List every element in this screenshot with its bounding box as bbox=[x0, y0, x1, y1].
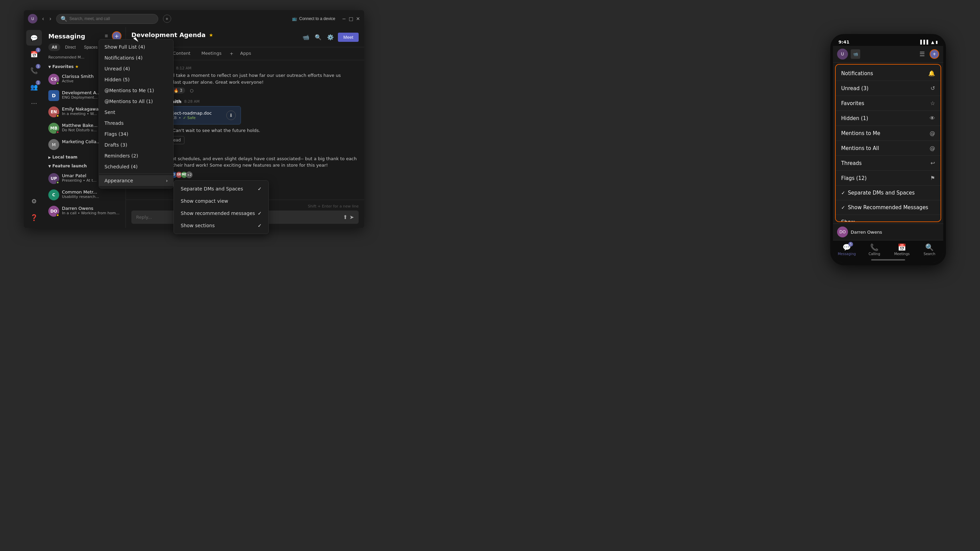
dropdown-unread[interactable]: Unread (4) bbox=[99, 63, 173, 74]
rail-item-settings[interactable]: ⚙️ bbox=[26, 193, 42, 209]
mobile-item-notifications[interactable]: Notifications 🔔 bbox=[836, 66, 940, 81]
mobile-item-mentions-me[interactable]: Mentions to Me @ bbox=[836, 126, 940, 141]
msg-text: we should all take a moment to reflect o… bbox=[146, 72, 359, 86]
phone-tab-meetings[interactable]: 📅 Meetings bbox=[892, 243, 912, 256]
mobile-item-separate-dms[interactable]: ✓ Separate DMs and Spaces bbox=[836, 186, 940, 200]
at-icon: @ bbox=[930, 130, 935, 137]
dropdown-notifications[interactable]: Notifications (4) bbox=[99, 52, 173, 63]
tab-apps[interactable]: Apps bbox=[235, 47, 256, 60]
filter-tab-direct[interactable]: Direct bbox=[62, 43, 79, 51]
dropdown-hidden[interactable]: Hidden (5) bbox=[99, 74, 173, 85]
battery-icon: ▮ bbox=[935, 40, 938, 44]
connect-to-device-button[interactable]: 📺 Connect to a device bbox=[292, 16, 335, 21]
phone-status-icons: ▌▌▌ ▲ ▮ bbox=[920, 40, 938, 44]
rail-item-people[interactable]: 👥 1 bbox=[26, 79, 42, 95]
phone-add-button[interactable]: + bbox=[930, 49, 939, 59]
send-button[interactable]: ➤ bbox=[350, 214, 354, 221]
phone-video-icon[interactable]: 📹 bbox=[851, 49, 860, 59]
feature-launch-label: Feature launch bbox=[52, 164, 87, 168]
phone-status-bar: 9:41 ▌▌▌ ▲ ▮ bbox=[833, 37, 943, 46]
channel-title: Development Agenda bbox=[131, 31, 205, 38]
mobile-item-recommended[interactable]: ✓ Show Recommended Messages bbox=[836, 200, 940, 215]
appearance-show-sections[interactable]: Show sections ✓ bbox=[174, 219, 269, 232]
seen-more: +2 bbox=[186, 171, 192, 178]
messaging-tab-label: Messaging bbox=[838, 252, 856, 256]
mobile-item-favorites[interactable]: Favorites ☆ bbox=[836, 96, 940, 111]
check-icon: ✓ bbox=[258, 186, 262, 192]
dropdown-appearance[interactable]: Appearance › bbox=[99, 175, 173, 186]
rail-item-help[interactable]: ❓ bbox=[26, 210, 42, 225]
appearance-separate-dms[interactable]: Separate DMs and Spaces ✓ bbox=[174, 183, 269, 195]
channel-star-icon: ★ bbox=[209, 32, 213, 38]
dropdown-sent[interactable]: Sent bbox=[99, 107, 173, 118]
close-button[interactable]: ✕ bbox=[356, 16, 360, 21]
appearance-compact-view[interactable]: Show compact view bbox=[174, 195, 269, 207]
hidden-icon: 👁 bbox=[930, 115, 935, 121]
chat-item-darren[interactable]: DO Darren Owens In a call • Working from… bbox=[44, 203, 126, 219]
back-button[interactable]: ‹ bbox=[40, 15, 46, 22]
reaction-add[interactable]: ○ bbox=[187, 87, 196, 94]
video-icon-button[interactable]: 📹 bbox=[301, 33, 311, 42]
dropdown-reminders[interactable]: Reminders (2) bbox=[99, 150, 173, 161]
at-all-icon: @ bbox=[930, 145, 935, 151]
mobile-item-flags[interactable]: Flags (12) ⚑ bbox=[836, 171, 940, 186]
phone-tab-calling[interactable]: 📞 Calling bbox=[864, 243, 885, 256]
search-input[interactable] bbox=[69, 16, 154, 21]
dropdown-show-full-list[interactable]: Show Full List (4) bbox=[99, 41, 173, 52]
chat-item-common[interactable]: C Common Metr... Usability research... bbox=[44, 187, 126, 203]
darren-name: Darren Owens bbox=[851, 230, 939, 235]
meet-button[interactable]: Meet bbox=[338, 33, 359, 42]
phone-tab-search[interactable]: 🔍 Search bbox=[920, 243, 940, 256]
phone-bottom-bar: 💬 5 Messaging 📞 Calling 📅 Meetings 🔍 Sea… bbox=[833, 240, 943, 257]
dropdown-mentions-all[interactable]: @Mentions to All (1) bbox=[99, 96, 173, 107]
phone-user-avatar[interactable]: U bbox=[837, 49, 848, 60]
forward-button[interactable]: › bbox=[47, 15, 53, 22]
check-icon: ✓ bbox=[841, 205, 845, 210]
recommended-label: Recommended M... bbox=[48, 55, 84, 60]
phone-screen: 9:41 ▌▌▌ ▲ ▮ U 📹 ☰ + Notifications 🔔 Unr… bbox=[833, 37, 943, 263]
minimize-button[interactable]: − bbox=[342, 16, 346, 21]
rail-item-calls[interactable]: 📞 1 bbox=[26, 63, 42, 78]
mobile-item-show[interactable]: Show... bbox=[836, 215, 940, 222]
dropdown-drafts[interactable]: Drafts (3) bbox=[99, 140, 173, 150]
mobile-item-hidden[interactable]: Hidden (1) 👁 bbox=[836, 111, 940, 126]
mobile-item-unread[interactable]: Unread (3) ↺ bbox=[836, 81, 940, 96]
chat-name: Darren Owens bbox=[62, 206, 121, 211]
user-avatar[interactable]: U bbox=[28, 14, 37, 24]
phone-home-indicator bbox=[833, 257, 943, 263]
rail-item-apps[interactable]: ⋯ bbox=[26, 95, 42, 111]
dropdown-mentions-me[interactable]: @Mentions to Me (1) bbox=[99, 85, 173, 96]
rail-item-calendar[interactable]: 📅 1 bbox=[26, 46, 42, 62]
chat-preview: Usability research... bbox=[62, 195, 121, 199]
search-channel-button[interactable]: 🔍 bbox=[313, 33, 323, 42]
add-tab-button[interactable]: + bbox=[163, 14, 171, 23]
filter-tab-spaces[interactable]: Spaces bbox=[81, 43, 101, 51]
dropdown-flags[interactable]: Flags (34) bbox=[99, 129, 173, 140]
tab-meetings[interactable]: Meetings bbox=[196, 47, 227, 60]
mobile-item-threads[interactable]: Threads ↩ bbox=[836, 156, 940, 171]
channel-settings-button[interactable]: ⚙️ bbox=[326, 33, 335, 42]
maximize-button[interactable]: □ bbox=[349, 16, 353, 21]
avatar-darren: DO bbox=[48, 206, 59, 217]
avatar-marketing: M bbox=[48, 139, 59, 150]
dropdown-scheduled[interactable]: Scheduled (4) bbox=[99, 161, 173, 172]
phone-tab-messaging[interactable]: 💬 5 Messaging bbox=[837, 243, 857, 256]
dropdown-divider bbox=[99, 173, 173, 174]
appearance-recommended-messages[interactable]: Show recommended messages ✓ bbox=[174, 207, 269, 219]
send-up-button[interactable]: ⬆ bbox=[343, 214, 347, 221]
chat-name: Common Metr... bbox=[62, 189, 121, 195]
file-meta: 24 KB • ✓ Safe bbox=[166, 116, 222, 120]
mobile-item-mentions-all[interactable]: Mentions to All @ bbox=[836, 141, 940, 156]
msg-header: Clarissa Smith 8:28 AM bbox=[146, 99, 359, 104]
status-active bbox=[56, 82, 59, 85]
left-rail: 💬 📅 1 📞 1 👥 1 ⋯ ⚙️ ❓ bbox=[24, 27, 44, 228]
filter-tab-all[interactable]: All bbox=[48, 43, 60, 51]
rail-item-chat[interactable]: 💬 bbox=[26, 30, 42, 46]
add-tab-icon[interactable]: + bbox=[230, 51, 234, 56]
phone-menu-button[interactable]: ☰ bbox=[917, 49, 927, 59]
dropdown-threads[interactable]: Threads bbox=[99, 118, 173, 129]
chevron-icon: ▶ bbox=[48, 156, 51, 159]
search-bar[interactable]: 🔍 bbox=[56, 14, 158, 24]
download-button[interactable]: ⬇ bbox=[226, 111, 236, 120]
seen-by: Seen by CS UP D EN MB +2 bbox=[146, 171, 359, 178]
